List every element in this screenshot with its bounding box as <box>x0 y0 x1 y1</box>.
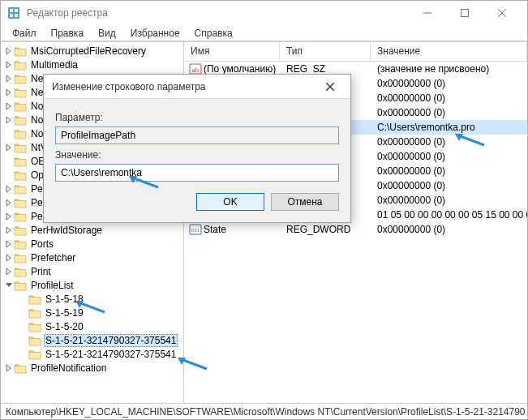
expand-icon[interactable] <box>4 268 14 275</box>
folder-icon <box>14 45 27 57</box>
menu-view[interactable]: Вид <box>92 26 122 41</box>
tree-item[interactable]: Multimedia <box>1 58 183 71</box>
value-label: Значение: <box>55 149 339 161</box>
folder-icon <box>14 362 27 374</box>
row-value: 0x00000000 (0) <box>371 151 527 162</box>
folder-icon <box>14 183 27 195</box>
tree-item-label: S-1-5-18 <box>44 294 85 305</box>
collapse-icon[interactable] <box>4 282 14 289</box>
folder-icon <box>28 349 41 360</box>
expand-icon[interactable] <box>4 365 14 371</box>
tree-item[interactable]: ProfileNotification <box>1 361 183 375</box>
folder-icon <box>14 252 27 264</box>
tree-item[interactable]: Ports <box>1 237 183 251</box>
titlebar: Редактор реестра <box>1 1 527 25</box>
close-button[interactable] <box>483 1 521 25</box>
folder-icon <box>14 211 27 222</box>
tree-item-label: Prefetcher <box>29 252 77 264</box>
folder-icon <box>14 156 27 167</box>
row-value: (значение не присвоено) <box>371 63 527 75</box>
tree-item[interactable]: S-1-5-20 <box>1 319 183 333</box>
dialog-title: Изменение строкового параметра <box>52 81 318 92</box>
tree-item-label: PerHwIdStorage <box>29 225 104 236</box>
row-value: 0x00000000 (0) <box>371 78 527 89</box>
folder-icon <box>14 238 27 250</box>
tree-item[interactable]: ProfileList <box>1 278 183 292</box>
expand-icon[interactable] <box>4 199 14 206</box>
svg-text:011: 011 <box>191 227 200 234</box>
tree-item[interactable]: MsiCorruptedFileRecovery <box>1 44 183 58</box>
folder-icon <box>28 321 41 332</box>
row-value: 0x00000000 (0) <box>371 195 527 206</box>
folder-icon <box>14 114 27 126</box>
expand-icon[interactable] <box>4 213 14 220</box>
expand-icon[interactable] <box>4 62 14 68</box>
folder-icon <box>14 73 27 84</box>
expand-icon[interactable] <box>4 48 14 54</box>
ok-button[interactable]: OK <box>196 193 264 211</box>
tree-item-label: S-1-5-20 <box>44 321 85 332</box>
menu-edit[interactable]: Правка <box>45 26 91 41</box>
dialog-close-button[interactable] <box>318 75 342 99</box>
tree-item-label: Ports <box>29 238 55 250</box>
tree-item-label: Multimedia <box>29 59 79 71</box>
list-row[interactable]: 011StateREG_DWORD0x00000000 (0) <box>184 222 527 237</box>
app-icon <box>7 6 20 19</box>
col-value[interactable]: Значение <box>371 42 527 61</box>
folder-icon <box>14 225 27 236</box>
tree-item[interactable]: S-1-5-21-3214790327-375541 <box>1 347 183 361</box>
menu-help[interactable]: Справка <box>188 26 239 41</box>
expand-icon[interactable] <box>4 241 14 247</box>
expand-icon[interactable] <box>4 89 14 96</box>
tree-item-label: ProfileList <box>29 280 75 291</box>
row-value: 0x00000000 (0) <box>371 165 527 177</box>
expand-icon[interactable] <box>4 227 14 234</box>
folder-icon <box>14 101 27 112</box>
folder-icon <box>14 142 27 153</box>
row-value: 0x00000000 (0) <box>371 224 527 235</box>
expand-icon[interactable] <box>4 144 14 151</box>
folder-icon <box>14 128 27 139</box>
expand-icon[interactable] <box>4 103 14 109</box>
tree-item-label: Print <box>29 266 53 277</box>
col-name[interactable]: Имя <box>184 42 280 61</box>
tree-item-label: MsiCorruptedFileRecovery <box>29 45 148 57</box>
statusbar: Компьютер\HKEY_LOCAL_MACHINE\SOFTWARE\Mi… <box>1 403 527 419</box>
cancel-button[interactable]: Отмена <box>271 193 339 211</box>
expand-icon[interactable] <box>4 255 14 261</box>
edit-string-dialog: Изменение строкового параметра Параметр:… <box>43 74 351 223</box>
row-value: 01 05 00 00 00 00 00 05 15 00 00 00 <box>371 209 527 221</box>
minimize-button[interactable] <box>409 1 446 25</box>
tree-item-label: S-1-5-21-3214790327-375541 <box>44 334 178 347</box>
col-type[interactable]: Тип <box>280 42 371 61</box>
tree-item[interactable]: Print <box>1 264 183 278</box>
tree-item[interactable]: Prefetcher <box>1 251 183 264</box>
tree-item[interactable]: PerHwIdStorage <box>1 223 183 237</box>
list-header: Имя Тип Значение <box>184 42 527 62</box>
row-type: REG_SZ <box>280 63 371 75</box>
folder-icon <box>14 280 27 291</box>
svg-rect-4 <box>15 14 18 17</box>
row-value: 0x00000000 (0) <box>371 136 527 148</box>
svg-rect-1 <box>10 9 13 12</box>
row-value: C:\Users\remontka.pro <box>371 122 527 133</box>
tree-item-label: S-1-5-21-3214790327-375541 <box>44 349 178 360</box>
folder-icon <box>28 294 41 305</box>
expand-icon[interactable] <box>4 186 14 192</box>
param-field <box>55 126 339 144</box>
svg-text:ab: ab <box>192 66 200 74</box>
tree-item[interactable]: S-1-5-19 <box>1 306 183 319</box>
menu-favorites[interactable]: Избранное <box>124 26 187 41</box>
tree-item[interactable]: S-1-5-21-3214790327-375541 <box>1 333 183 347</box>
tree-item[interactable]: S-1-5-18 <box>1 292 183 306</box>
maximize-button[interactable] <box>446 1 483 25</box>
row-name: State <box>204 224 226 235</box>
binary-value-icon: 011 <box>189 223 202 236</box>
expand-icon[interactable] <box>4 117 14 123</box>
folder-icon <box>14 59 27 71</box>
tree-item-label: ProfileNotification <box>29 362 108 374</box>
value-field[interactable] <box>55 164 339 182</box>
row-value: 0x00000000 (0) <box>371 107 527 118</box>
expand-icon[interactable] <box>4 75 14 82</box>
menu-file[interactable]: Файл <box>6 26 43 41</box>
